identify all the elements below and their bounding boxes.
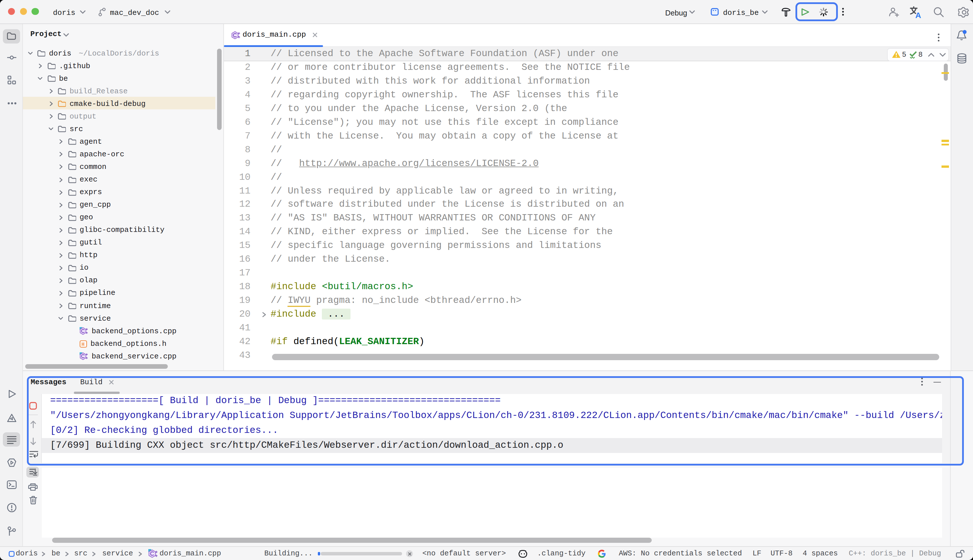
svg-text:A: A bbox=[915, 11, 921, 18]
svg-text:H: H bbox=[81, 341, 84, 347]
